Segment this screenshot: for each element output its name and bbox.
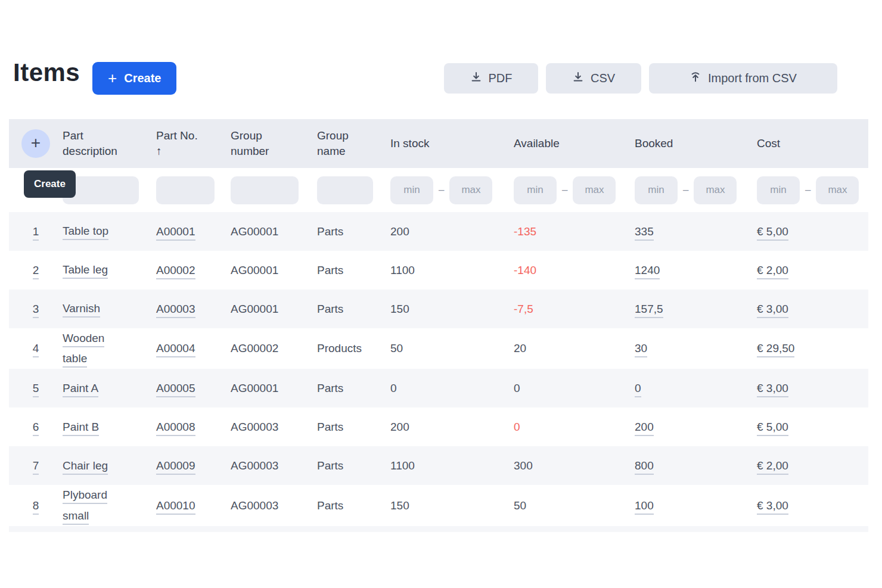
part-description-link[interactable]: Wooden table — [63, 332, 104, 368]
filter-max-booked[interactable] — [694, 176, 737, 204]
booked-link[interactable]: 0 — [635, 382, 641, 397]
row-index-cell: 7 — [9, 459, 63, 472]
cost-cell: € 5,00 — [757, 421, 868, 434]
cost-link[interactable]: € 2,00 — [757, 459, 788, 475]
row-index-link[interactable]: 5 — [33, 382, 39, 397]
filter-max-in_stock[interactable] — [449, 176, 492, 204]
part-no-link[interactable]: A00010 — [156, 499, 195, 515]
row-index-link[interactable]: 3 — [33, 303, 39, 318]
filter-max-available[interactable] — [573, 176, 616, 204]
part-no-link[interactable]: A00003 — [156, 303, 195, 318]
available-value: 0 — [514, 382, 520, 394]
export-toolbar: PDF CSV Import from CSV — [444, 63, 837, 94]
create-button[interactable]: + Create — [92, 62, 176, 95]
filter-input-part_no[interactable] — [156, 176, 215, 204]
export-pdf-button[interactable]: PDF — [444, 63, 538, 94]
filter-max-cost[interactable] — [816, 176, 859, 204]
group-name-cell: Parts — [317, 303, 390, 316]
row-index-link[interactable]: 2 — [33, 264, 39, 279]
table-row: 5Paint AA00005AG00001Parts000€ 3,00 — [9, 369, 868, 407]
part-description-link[interactable]: Paint A — [63, 382, 98, 397]
part-no-link[interactable]: A00009 — [156, 459, 195, 475]
part-description-cell: Table leg — [63, 260, 156, 280]
part-no-link[interactable]: A00004 — [156, 342, 195, 357]
cost-link[interactable]: € 2,00 — [757, 264, 788, 279]
cost-cell: € 29,50 — [757, 342, 868, 355]
filter-min-in_stock[interactable] — [390, 176, 433, 204]
row-index-link[interactable]: 6 — [33, 421, 39, 436]
download-icon — [572, 71, 584, 86]
in-stock-cell: 0 — [390, 382, 514, 395]
booked-link[interactable]: 335 — [635, 225, 654, 241]
in-stock-value: 1100 — [390, 264, 415, 276]
group-name-value: Parts — [317, 264, 343, 276]
part-no-link[interactable]: A00002 — [156, 264, 195, 279]
group-number-cell: AG00003 — [231, 421, 317, 434]
filter-input-group_number[interactable] — [231, 176, 299, 204]
import-csv-button[interactable]: Import from CSV — [649, 63, 837, 94]
table-row: 4Wooden tableA00004AG00002Products502030… — [9, 328, 868, 369]
row-index-link[interactable]: 7 — [33, 459, 39, 475]
cost-link[interactable]: € 5,00 — [757, 421, 788, 436]
part-description-link[interactable]: Varnish — [63, 302, 100, 318]
table-row: 8Plyboard smallA00010AG00003Parts1505010… — [9, 485, 868, 525]
booked-link[interactable]: 200 — [635, 421, 654, 436]
filter-cell-part_no — [156, 176, 231, 204]
upload-icon — [690, 71, 701, 86]
group-number-value: AG00001 — [231, 382, 278, 394]
row-index-link[interactable]: 4 — [33, 342, 39, 357]
column-header-description[interactable]: Part description — [63, 128, 156, 158]
part-no-cell: A00001 — [156, 225, 231, 238]
cost-link[interactable]: € 3,00 — [757, 382, 788, 397]
column-header-cost[interactable]: Cost — [757, 136, 868, 151]
column-header-booked[interactable]: Booked — [635, 136, 757, 151]
part-description-link[interactable]: Plyboard small — [63, 489, 107, 524]
part-description-link[interactable]: Chair leg — [63, 459, 108, 475]
filter-min-available[interactable] — [514, 176, 557, 204]
export-csv-button[interactable]: CSV — [546, 63, 641, 94]
booked-cell: 30 — [635, 342, 757, 355]
part-description-link[interactable]: Paint B — [63, 421, 99, 436]
part-description-cell: Plyboard small — [63, 485, 156, 525]
booked-link[interactable]: 157,5 — [635, 303, 663, 318]
cost-link[interactable]: € 29,50 — [757, 342, 794, 357]
plus-icon: + — [31, 135, 41, 151]
part-description-link[interactable]: Table leg — [63, 263, 108, 279]
export-csv-label: CSV — [591, 71, 615, 85]
row-index-link[interactable]: 8 — [33, 499, 39, 515]
booked-link[interactable]: 100 — [635, 499, 654, 515]
booked-link[interactable]: 30 — [635, 342, 647, 357]
part-description-cell: Varnish — [63, 298, 156, 319]
column-header-in_stock[interactable]: In stock — [390, 136, 514, 151]
booked-link[interactable]: 800 — [635, 459, 654, 475]
cost-link[interactable]: € 3,00 — [757, 303, 788, 318]
booked-cell: 1240 — [635, 264, 757, 277]
row-index-link[interactable]: 1 — [33, 225, 39, 241]
column-header-group_number[interactable]: Group number — [231, 128, 317, 158]
available-value: 50 — [514, 499, 526, 512]
filter-min-booked[interactable] — [635, 176, 678, 204]
filter-input-group_name[interactable] — [317, 176, 373, 204]
in-stock-value: 150 — [390, 499, 409, 512]
part-description-link[interactable]: Table top — [63, 225, 108, 240]
part-no-link[interactable]: A00001 — [156, 225, 195, 241]
group-number-cell: AG00003 — [231, 459, 317, 472]
filter-min-cost[interactable] — [757, 176, 800, 204]
part-no-link[interactable]: A00008 — [156, 421, 195, 436]
row-index-cell: 3 — [9, 303, 63, 316]
add-item-button[interactable]: + — [21, 129, 50, 158]
group-number-cell: AG00001 — [231, 264, 317, 277]
cost-cell: € 5,00 — [757, 225, 868, 238]
cost-link[interactable]: € 3,00 — [757, 499, 788, 515]
booked-link[interactable]: 1240 — [635, 264, 660, 279]
part-no-link[interactable]: A00005 — [156, 382, 195, 397]
table-row: 3VarnishA00003AG00001Parts150-7,5157,5€ … — [9, 290, 868, 328]
in-stock-cell: 1100 — [390, 264, 514, 277]
export-pdf-label: PDF — [489, 71, 513, 85]
cost-cell: € 3,00 — [757, 303, 868, 316]
cost-link[interactable]: € 5,00 — [757, 225, 788, 241]
group-name-value: Parts — [317, 382, 343, 394]
column-header-part_no[interactable]: Part No.↑ — [156, 128, 231, 158]
column-header-available[interactable]: Available — [514, 136, 635, 151]
column-header-group_name[interactable]: Group name — [317, 128, 390, 158]
